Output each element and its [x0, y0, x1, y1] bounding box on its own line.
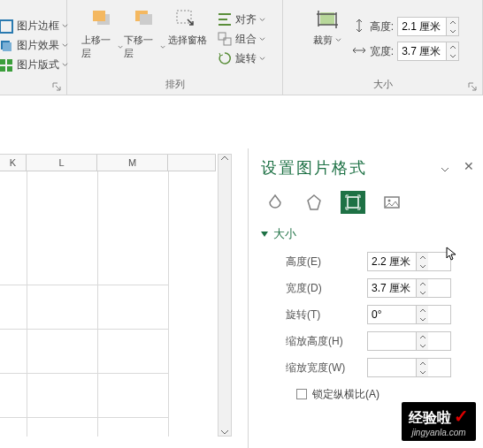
selection-pane-icon — [173, 7, 202, 32]
svg-rect-0 — [0, 20, 12, 33]
pane-scaleh-input[interactable] — [368, 335, 416, 347]
send-backward-button[interactable]: 下移一层 — [124, 2, 166, 76]
spin-up-icon[interactable] — [417, 306, 428, 315]
section-label: 大小 — [273, 226, 296, 242]
chevron-down-icon — [259, 17, 265, 23]
picture-border-label: 图片边框 — [17, 19, 59, 34]
svg-rect-5 — [0, 66, 5, 72]
svg-rect-13 — [224, 38, 231, 45]
spin-down-icon[interactable] — [417, 262, 428, 270]
rotate-label: 旋转 — [235, 51, 257, 66]
bring-forward-button[interactable]: 上移一层 — [81, 2, 124, 76]
spin-up-icon[interactable] — [447, 18, 458, 27]
picture-layout-label: 图片版式 — [17, 57, 59, 72]
tab-fill[interactable] — [263, 191, 288, 214]
picture-effect-label: 图片效果 — [17, 38, 59, 53]
dialog-launcher-icon[interactable] — [468, 82, 477, 91]
spin-down-icon[interactable] — [417, 315, 428, 323]
crop-label: 裁剪 — [313, 34, 333, 47]
svg-rect-2 — [3, 42, 12, 51]
pane-rotate-spinner[interactable] — [367, 305, 451, 324]
picture-effect-button[interactable]: 图片效果 — [0, 36, 72, 56]
crop-button[interactable]: 裁剪 — [306, 2, 349, 76]
picture-layout-button[interactable]: 图片版式 — [0, 56, 72, 75]
dialog-launcher-icon[interactable] — [52, 82, 61, 91]
spin-buttons[interactable] — [446, 42, 458, 60]
chevron-down-icon — [259, 36, 265, 42]
spin-down-icon[interactable] — [417, 341, 428, 350]
close-icon[interactable]: ✕ — [464, 159, 474, 173]
spreadsheet-grid[interactable]: K L M — [0, 113, 232, 431]
svg-rect-12 — [218, 33, 226, 40]
chevron-down-icon — [259, 56, 265, 62]
triangle-down-icon — [261, 232, 268, 237]
size-section-header[interactable]: 大小 — [261, 226, 478, 242]
pane-scalew-spinner[interactable] — [367, 358, 451, 377]
spin-up-icon[interactable] — [417, 279, 428, 288]
size-group-label: 大小 — [373, 79, 393, 89]
svg-rect-3 — [0, 59, 5, 65]
pane-width-spinner[interactable] — [367, 278, 451, 298]
lock-aspect-checkbox[interactable] — [296, 389, 307, 399]
pane-scaleh-spinner[interactable] — [367, 331, 451, 351]
bring-forward-icon — [88, 7, 117, 32]
mouse-cursor-icon — [445, 246, 461, 262]
crop-icon — [313, 7, 341, 32]
spin-up-icon[interactable] — [417, 359, 428, 368]
svg-rect-8 — [93, 11, 105, 21]
group-button[interactable]: 组合 — [214, 29, 269, 49]
width-field-label: 宽度(D) — [286, 281, 367, 296]
svg-rect-4 — [7, 59, 12, 65]
height-spinner[interactable] — [397, 17, 459, 36]
column-header[interactable]: L — [27, 155, 97, 171]
spin-up-icon[interactable] — [417, 253, 428, 262]
align-icon — [218, 12, 232, 27]
spin-down-icon[interactable] — [417, 368, 428, 376]
column-header[interactable]: K — [0, 155, 27, 171]
spin-up-icon[interactable] — [447, 42, 458, 51]
selection-pane-label: 选择窗格 — [168, 34, 207, 47]
rotate-button[interactable]: 旋转 — [214, 49, 269, 68]
arrange-group-label: 排列 — [165, 79, 185, 89]
bring-forward-label: 上移一层 — [81, 34, 116, 60]
pane-height-spinner[interactable] — [367, 252, 451, 271]
column-header[interactable] — [168, 155, 216, 171]
pane-height-input[interactable] — [368, 255, 416, 268]
picture-effect-icon — [0, 39, 13, 53]
width-input[interactable] — [398, 45, 446, 57]
height-input[interactable] — [398, 20, 446, 33]
pane-menu-icon[interactable] — [441, 163, 449, 175]
height-label: 高度: — [370, 19, 394, 34]
align-label: 对齐 — [235, 12, 257, 27]
width-label: 宽度: — [370, 44, 394, 59]
column-header[interactable]: M — [97, 155, 168, 171]
rotate-field-label: 旋转(T) — [286, 308, 367, 323]
check-icon: ✓ — [454, 406, 469, 427]
spin-down-icon[interactable] — [417, 288, 428, 297]
pane-scalew-input[interactable] — [368, 361, 416, 374]
svg-rect-16 — [348, 197, 358, 208]
tab-picture[interactable] — [380, 191, 404, 214]
selection-pane-button[interactable]: 选择窗格 — [166, 2, 209, 76]
width-spinner[interactable] — [397, 42, 459, 61]
pane-width-input[interactable] — [368, 282, 416, 294]
svg-point-18 — [388, 200, 391, 202]
height-icon — [352, 19, 366, 35]
spin-up-icon[interactable] — [417, 332, 428, 341]
svg-rect-6 — [7, 66, 12, 72]
align-button[interactable]: 对齐 — [214, 10, 269, 29]
tab-effects[interactable] — [302, 191, 326, 214]
tab-size[interactable] — [341, 191, 365, 214]
picture-border-button[interactable]: 图片边框 — [0, 17, 72, 36]
vertical-scrollbar[interactable] — [218, 154, 232, 437]
spin-down-icon[interactable] — [447, 51, 458, 60]
pane-rotate-input[interactable] — [368, 308, 416, 321]
scroll-down-icon[interactable] — [220, 429, 229, 436]
scroll-up-icon[interactable] — [220, 155, 229, 162]
spin-buttons[interactable] — [446, 18, 458, 35]
picture-layout-icon — [0, 58, 13, 72]
watermark-url: jingyanla.com — [411, 428, 465, 437]
group-label: 组合 — [235, 32, 257, 47]
svg-marker-15 — [308, 195, 320, 209]
spin-down-icon[interactable] — [447, 27, 458, 35]
